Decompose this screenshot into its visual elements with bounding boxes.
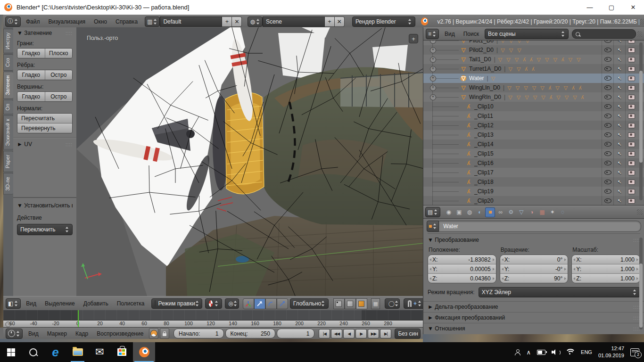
current-frame-marker[interactable] xyxy=(78,310,79,327)
object-name[interactable]: _Clip14 xyxy=(474,141,494,148)
number-field-location[interactable]: X:-1.83082 xyxy=(428,255,496,264)
translate-manipulator-button[interactable] xyxy=(254,298,265,309)
play-button[interactable]: ▶ xyxy=(355,329,367,338)
menu-item[interactable]: Добавить xyxy=(79,300,113,307)
faces-flat-button[interactable]: Плоско xyxy=(45,49,73,58)
number-field-scale[interactable]: Z:1.000 xyxy=(572,274,640,283)
edge-select-button[interactable] xyxy=(345,298,356,309)
visibility-eye-icon[interactable] xyxy=(604,170,611,175)
selectability-cursor-icon[interactable]: ↖ xyxy=(617,75,621,82)
visibility-eye-icon[interactable] xyxy=(604,48,611,52)
vertices-sharp-button[interactable]: Остро xyxy=(45,92,73,101)
add-layout-button[interactable]: + xyxy=(222,16,232,27)
expand-icon[interactable]: + xyxy=(430,94,436,100)
visibility-eye-icon[interactable] xyxy=(604,85,611,90)
expand-icon[interactable]: + xyxy=(430,41,436,44)
tool-shelf-tab[interactable]: Оп xyxy=(3,100,13,115)
outliner-row[interactable]: ʎ _Clip19 | ↖ xyxy=(423,187,644,196)
render-engine-select[interactable]: Рендер Blender xyxy=(352,16,415,27)
tray-chevron-icon[interactable]: ∧ xyxy=(527,349,531,356)
av-sync-button[interactable] xyxy=(149,328,158,339)
selectability-cursor-icon[interactable]: ↖ xyxy=(617,123,621,129)
outliner-row[interactable]: ʎ _Clip18 | ↖ xyxy=(423,177,644,187)
panel-grip-icon[interactable]: :::: xyxy=(66,142,73,147)
store-button[interactable] xyxy=(111,342,133,362)
people-icon[interactable] xyxy=(515,349,520,355)
renderability-camera-icon[interactable] xyxy=(628,76,635,81)
outliner-row[interactable]: ʎ _Clip20 | ↖ xyxy=(423,196,644,205)
menu-item[interactable]: Выделение xyxy=(41,300,79,307)
expand-icon[interactable]: + xyxy=(430,75,436,82)
object-name[interactable]: _Clip19 xyxy=(474,188,494,195)
outliner-scope-select[interactable]: Все сцены xyxy=(485,29,569,39)
visibility-eye-icon[interactable] xyxy=(604,180,611,184)
renderability-camera-icon[interactable] xyxy=(628,123,635,128)
visibility-eye-icon[interactable] xyxy=(604,66,611,71)
prev-keyframe-button[interactable]: ◀◀ xyxy=(331,329,342,338)
current-frame-field[interactable]: 1 xyxy=(277,329,314,338)
visibility-eye-icon[interactable] xyxy=(604,57,611,62)
flip-normals-button[interactable]: Перевернуть xyxy=(17,123,72,133)
minimize-button[interactable]: — xyxy=(579,0,601,15)
visibility-eye-icon[interactable] xyxy=(604,151,611,156)
tool-shelf-tab[interactable]: Затенен xyxy=(3,72,13,99)
outliner-row[interactable]: ʎ _Clip10 | ↖ xyxy=(423,102,644,111)
editor-type-timeline-button[interactable] xyxy=(6,329,23,339)
next-keyframe-button[interactable]: ▶▶ xyxy=(368,329,379,338)
vertex-select-button[interactable] xyxy=(333,298,345,309)
add-scene-button[interactable]: + xyxy=(325,16,335,27)
outliner-row[interactable]: + ▽ WingRIn_D0 | ▽ ▽ ▽ ▽ ▽ ʎ ▽ ▽ ▽ ʎ ↖ xyxy=(423,92,644,102)
properties-tab-render-layers[interactable]: ▣ xyxy=(454,207,464,217)
tool-shelf-tab[interactable]: Инстру xyxy=(3,29,13,53)
menu-item[interactable]: Воспроизведение xyxy=(92,330,148,337)
number-field-location[interactable]: Y:0.00005 xyxy=(428,264,496,274)
notification-center-icon[interactable]: 2 xyxy=(630,348,639,356)
panel-grip-icon[interactable]: :::: xyxy=(66,31,73,36)
outliner-row[interactable]: ʎ _Clip12 | ↖ xyxy=(423,121,644,130)
speaker-icon[interactable] xyxy=(552,349,559,355)
selectability-cursor-icon[interactable]: ↖ xyxy=(617,132,621,138)
selectability-cursor-icon[interactable]: ↖ xyxy=(617,141,621,148)
manipulator-axes-button[interactable] xyxy=(243,298,254,309)
properties-tab-particles[interactable]: ✶ xyxy=(547,207,557,217)
object-name[interactable]: WingRIn_D0 xyxy=(469,94,501,100)
object-name[interactable]: _Clip12 xyxy=(474,122,494,129)
visibility-eye-icon[interactable] xyxy=(604,189,611,194)
number-field-rotation[interactable]: Z:90° xyxy=(500,274,568,283)
outliner-row[interactable]: ʎ _Clip13 | ↖ xyxy=(423,130,644,140)
visibility-eye-icon[interactable] xyxy=(604,198,611,203)
face-select-button[interactable] xyxy=(356,298,367,309)
visibility-eye-icon[interactable] xyxy=(604,76,611,81)
renderability-camera-icon[interactable] xyxy=(628,170,635,175)
outliner-row[interactable]: + ▽ Pilot1_D0 | ▽ ▽ ▽ ▽ ↖ xyxy=(423,41,644,45)
transform-orientation-select[interactable]: Глобально xyxy=(290,298,329,309)
renderability-camera-icon[interactable] xyxy=(628,189,635,194)
rotation-mode-select[interactable]: XYZ Эйлер xyxy=(479,287,640,297)
visibility-eye-icon[interactable] xyxy=(604,142,611,147)
viewport-canvas[interactable] xyxy=(76,27,423,296)
object-name[interactable]: Pilot2_D0 xyxy=(469,47,494,53)
outliner-search-field[interactable] xyxy=(572,29,636,39)
battery-icon[interactable] xyxy=(537,350,545,355)
timeline-ruler[interactable] xyxy=(3,310,423,320)
menu-item[interactable]: Вид xyxy=(24,330,43,337)
vertices-smooth-button[interactable]: Гладко xyxy=(17,92,45,101)
edge-button[interactable]: e xyxy=(44,342,66,362)
object-name[interactable]: _Clip15 xyxy=(474,150,494,157)
menu-item[interactable]: Маркер xyxy=(43,330,71,337)
visibility-eye-icon[interactable] xyxy=(604,161,611,165)
visibility-eye-icon[interactable] xyxy=(604,41,611,43)
snap-widget[interactable]: + xyxy=(404,298,425,309)
renderability-camera-icon[interactable] xyxy=(628,114,635,119)
outliner-row[interactable]: ʎ _Clip16 | ↖ xyxy=(423,158,644,168)
action-select[interactable]: Переключить xyxy=(17,224,73,235)
renderability-camera-icon[interactable] xyxy=(628,151,635,156)
visibility-eye-icon[interactable] xyxy=(604,95,611,99)
selectability-cursor-icon[interactable]: ↖ xyxy=(617,189,621,195)
object-name[interactable]: _Clip16 xyxy=(474,160,494,166)
selectability-cursor-icon[interactable]: ↖ xyxy=(617,170,621,176)
object-name[interactable]: _Clip13 xyxy=(474,132,494,138)
editor-type-3dview-button[interactable]: ◧ xyxy=(6,298,21,309)
editor-type-info-button[interactable]: ⓘ xyxy=(5,16,21,27)
renderability-camera-icon[interactable] xyxy=(628,132,635,138)
